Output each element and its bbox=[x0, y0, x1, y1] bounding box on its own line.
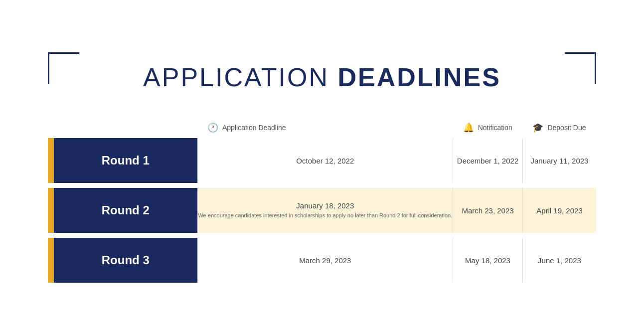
round3-label-box: Round 3 bbox=[54, 238, 197, 283]
round2-deposit: April 19, 2023 bbox=[522, 188, 596, 233]
round2-notification: March 23, 2023 bbox=[453, 188, 523, 233]
gold-bar bbox=[48, 138, 54, 183]
col-header-app-deadline: 🕐 Application Deadline bbox=[197, 117, 453, 138]
header-container: APPLICATION DEADLINES bbox=[48, 52, 596, 102]
col-label-deposit: Deposit Due bbox=[547, 124, 586, 132]
table-row: Round 1 October 12, 2022 December 1, 202… bbox=[48, 138, 596, 183]
round2-app-deadline: January 18, 2023 We encourage candidates… bbox=[197, 188, 453, 233]
round1-label-cell: Round 1 bbox=[48, 138, 197, 183]
header-border: APPLICATION DEADLINES bbox=[48, 52, 596, 102]
round1-notification: December 1, 2022 bbox=[453, 138, 523, 183]
round3-label: Round 3 bbox=[102, 253, 150, 267]
separator-row bbox=[48, 183, 596, 188]
col-label-notification: Notification bbox=[478, 124, 512, 132]
round2-label-cell: Round 2 bbox=[48, 188, 197, 233]
round2-label: Round 2 bbox=[102, 203, 150, 217]
page-title: APPLICATION DEADLINES bbox=[48, 52, 596, 102]
table-row: Round 2 January 18, 2023 We encourage ca… bbox=[48, 188, 596, 233]
round1-label: Round 1 bbox=[102, 154, 150, 168]
col-header-empty bbox=[48, 117, 197, 138]
title-normal: APPLICATION bbox=[143, 63, 337, 92]
bell-icon: 🔔 bbox=[463, 122, 474, 133]
col-label-app-deadline: Application Deadline bbox=[222, 124, 286, 132]
calendar-icon: 🕐 bbox=[207, 122, 218, 133]
round1-app-deadline: October 12, 2022 bbox=[197, 138, 453, 183]
round1-app-deadline-date: October 12, 2022 bbox=[198, 157, 453, 165]
round1-deposit: January 11, 2023 bbox=[522, 138, 596, 183]
gold-bar bbox=[48, 188, 54, 233]
col-header-notification: 🔔 Notification bbox=[453, 117, 523, 138]
round3-deposit: June 1, 2023 bbox=[522, 238, 596, 283]
round1-label-box: Round 1 bbox=[54, 138, 197, 183]
column-header-row: 🕐 Application Deadline 🔔 Notification 🎓 … bbox=[48, 117, 596, 138]
round2-app-note: We encourage candidates interested in sc… bbox=[198, 212, 453, 219]
separator-row bbox=[48, 233, 596, 238]
round2-app-deadline-date: January 18, 2023 bbox=[198, 201, 453, 210]
mortarboard-icon: 🎓 bbox=[532, 122, 543, 133]
round3-notification: May 18, 2023 bbox=[453, 238, 523, 283]
round3-app-deadline: March 29, 2023 bbox=[197, 238, 453, 283]
deadlines-table: 🕐 Application Deadline 🔔 Notification 🎓 … bbox=[48, 117, 596, 283]
col-header-deposit: 🎓 Deposit Due bbox=[522, 117, 596, 138]
table-row: Round 3 March 29, 2023 May 18, 2023 June… bbox=[48, 238, 596, 283]
round3-label-cell: Round 3 bbox=[48, 238, 197, 283]
gold-bar bbox=[48, 238, 54, 283]
title-bold: DEADLINES bbox=[337, 63, 500, 92]
round2-label-box: Round 2 bbox=[54, 188, 197, 233]
